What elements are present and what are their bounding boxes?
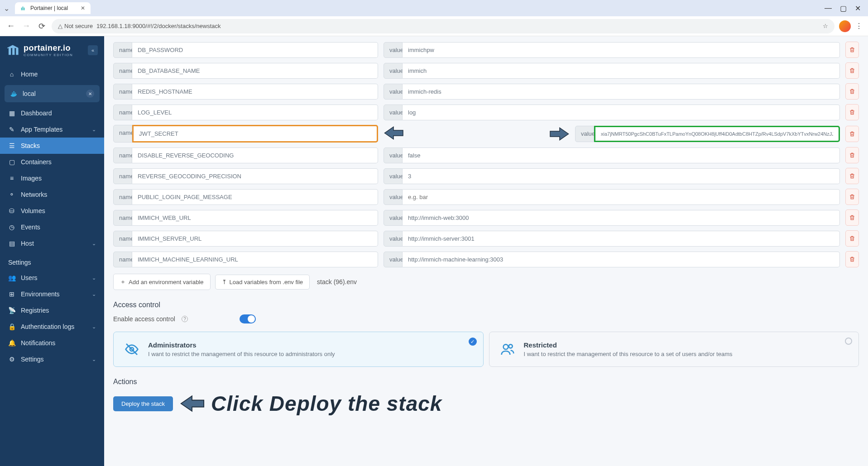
nav-containers[interactable]: ▢Containers xyxy=(0,154,104,170)
minimize-icon[interactable]: — xyxy=(825,4,832,13)
env-name-input[interactable] xyxy=(132,231,378,247)
env-name-input[interactable] xyxy=(132,189,378,205)
env-value-input[interactable] xyxy=(403,147,840,163)
annotation-text: Click Deploy the stack xyxy=(211,391,442,416)
eye-off-icon xyxy=(124,341,140,357)
nav-dashboard[interactable]: ▦Dashboard xyxy=(0,105,104,121)
tab-close-icon[interactable]: ✕ xyxy=(81,5,85,11)
users-icon: 👥 xyxy=(8,274,15,281)
browser-tab-strip: ⌄ Portainer | local ✕ — ▢ ✕ xyxy=(0,0,868,16)
not-secure-badge[interactable]: △ Not secure xyxy=(58,23,93,29)
nav-events[interactable]: ◷Events xyxy=(0,219,104,235)
delete-env-var-button[interactable] xyxy=(845,62,859,79)
value-label: value xyxy=(384,147,403,163)
env-name-input[interactable] xyxy=(132,210,378,226)
profile-avatar[interactable] xyxy=(839,20,851,32)
delete-env-var-button[interactable] xyxy=(845,189,859,205)
back-button[interactable]: ← xyxy=(5,21,16,31)
env-close-icon[interactable]: ✕ xyxy=(86,90,94,98)
env-value-input[interactable] xyxy=(594,126,840,142)
name-label: name xyxy=(113,231,132,247)
warning-triangle-icon: △ xyxy=(58,23,62,29)
env-value-input[interactable] xyxy=(403,231,840,247)
svg-rect-2 xyxy=(24,8,25,10)
nav-networks[interactable]: ⚬Networks xyxy=(0,186,104,203)
info-icon[interactable]: ? xyxy=(182,316,188,322)
env-name-input[interactable] xyxy=(132,84,378,100)
env-var-row: namevalue xyxy=(113,168,859,184)
env-name-input[interactable] xyxy=(132,147,378,163)
card-restricted[interactable]: Restricted I want to restrict the manage… xyxy=(489,332,859,367)
env-name-input[interactable] xyxy=(132,105,378,120)
browser-toolbar: ← → ⟳ △ Not secure 192.168.1.18:9000/#!/… xyxy=(0,16,868,36)
access-control-toggle[interactable] xyxy=(240,314,256,323)
trash-icon xyxy=(849,194,855,200)
maximize-icon[interactable]: ▢ xyxy=(840,4,847,13)
add-env-var-button[interactable]: ＋Add an environment variable xyxy=(113,274,211,290)
name-label: name xyxy=(113,63,132,79)
nav-volumes[interactable]: ⛁Volumes xyxy=(0,203,104,219)
load-env-file-button[interactable]: ⤒Load variables from .env file xyxy=(215,275,310,290)
name-label: name xyxy=(113,168,132,184)
env-value-input[interactable] xyxy=(403,105,840,120)
delete-env-var-button[interactable] xyxy=(845,126,859,142)
delete-env-var-button[interactable] xyxy=(845,168,859,184)
nav-app-templates[interactable]: ✎App Templates⌄ xyxy=(0,121,104,138)
svg-point-6 xyxy=(508,344,512,348)
env-name-input[interactable] xyxy=(132,42,378,58)
tab-dropdown-icon[interactable]: ⌄ xyxy=(4,4,10,13)
env-value-input[interactable] xyxy=(403,42,840,58)
delete-env-var-button[interactable] xyxy=(845,42,859,58)
name-label: name xyxy=(113,189,132,205)
bookmark-star-icon[interactable]: ☆ xyxy=(823,23,828,29)
delete-env-var-button[interactable] xyxy=(845,147,859,163)
trash-icon xyxy=(849,152,855,158)
nav-images[interactable]: ≡Images xyxy=(0,170,104,186)
env-value-input[interactable] xyxy=(403,189,840,205)
trash-icon xyxy=(849,47,855,53)
environment-selector[interactable]: local ✕ xyxy=(5,85,100,102)
edit-icon: ✎ xyxy=(8,126,15,133)
nav-registries[interactable]: 📡Registries xyxy=(0,302,104,319)
reload-button[interactable]: ⟳ xyxy=(36,21,47,31)
deploy-stack-button[interactable]: Deploy the stack xyxy=(113,396,173,411)
value-label: value xyxy=(384,42,403,58)
address-bar[interactable]: △ Not secure 192.168.1.18:9000/#!/2/dock… xyxy=(52,19,834,33)
env-name-input[interactable] xyxy=(132,252,378,267)
nav-environments[interactable]: ⊞Environments⌄ xyxy=(0,286,104,302)
kebab-menu-icon[interactable]: ⋮ xyxy=(855,22,863,30)
sidebar-collapse-button[interactable]: « xyxy=(88,45,98,55)
env-name-input[interactable] xyxy=(132,168,378,184)
delete-env-var-button[interactable] xyxy=(845,251,859,267)
delete-env-var-button[interactable] xyxy=(845,209,859,226)
nav-users[interactable]: 👥Users⌄ xyxy=(0,270,104,286)
delete-env-var-button[interactable] xyxy=(845,83,859,100)
bell-icon: 🔔 xyxy=(8,339,15,347)
access-cards-row: Administrators I want to restrict the ma… xyxy=(113,332,859,367)
nav-auth-logs[interactable]: 🔒Authentication logs⌄ xyxy=(0,319,104,335)
close-window-icon[interactable]: ✕ xyxy=(855,4,861,13)
env-name-input[interactable] xyxy=(132,63,378,79)
env-value-input[interactable] xyxy=(403,210,840,226)
env-var-row: namevalue xyxy=(113,104,859,120)
nav-stacks[interactable]: ☰Stacks xyxy=(0,138,104,154)
env-name-input[interactable] xyxy=(132,125,378,143)
delete-env-var-button[interactable] xyxy=(845,104,859,120)
trash-icon xyxy=(849,88,855,95)
nav-home[interactable]: ⌂ Home xyxy=(0,66,104,82)
chevron-down-icon: ⌄ xyxy=(92,324,96,330)
env-value-input[interactable] xyxy=(403,252,840,267)
card-administrators[interactable]: Administrators I want to restrict the ma… xyxy=(113,332,484,367)
browser-tab[interactable]: Portainer | local ✕ xyxy=(15,2,91,14)
env-value-input[interactable] xyxy=(403,168,840,184)
nav-host[interactable]: ▤Host⌄ xyxy=(0,235,104,252)
nav-notifications[interactable]: 🔔Notifications xyxy=(0,335,104,351)
env-buttons-row: ＋Add an environment variable ⤒Load varia… xyxy=(113,274,859,290)
nav-settings[interactable]: ⚙Settings⌄ xyxy=(0,351,104,367)
delete-env-var-button[interactable] xyxy=(845,230,859,247)
env-value-input[interactable] xyxy=(403,84,840,100)
docker-whale-icon xyxy=(10,90,18,97)
value-label: value xyxy=(384,168,403,184)
env-value-input[interactable] xyxy=(403,63,840,79)
enable-access-row: Enable access control ? xyxy=(113,314,859,323)
